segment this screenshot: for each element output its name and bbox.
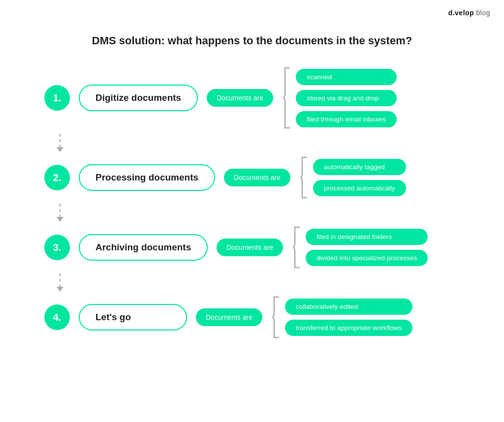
- step-1-outcome-1: stored via drag and drop: [296, 90, 397, 106]
- dashed-line-0: [60, 134, 61, 148]
- page: d.velop blog DMS solution: what happens …: [0, 0, 504, 422]
- step-3-outcome-1: divided into specialized processes: [306, 250, 428, 266]
- step-2-label: Processing documents: [79, 164, 215, 191]
- step-4-circle: 4.: [44, 304, 70, 330]
- step-3-row: 3.Archiving documentsDocuments arefiled …: [44, 225, 474, 270]
- brand-develop: d.velop: [448, 9, 474, 17]
- step-1-circle: 1.: [44, 85, 70, 111]
- brand-blog: blog: [476, 9, 490, 17]
- step-4-brace: [266, 295, 281, 339]
- step-4-row: 4.Let's goDocuments arecollaboratively e…: [44, 295, 474, 339]
- step-4-left: 4.Let's goDocuments are: [44, 304, 262, 331]
- step-2-outcome-1: processed automatically: [313, 180, 406, 196]
- step-2-row: 2.Processing documentsDocuments areautom…: [44, 155, 474, 200]
- page-title: DMS solution: what happens to the docume…: [30, 34, 474, 47]
- step-4-label: Let's go: [79, 304, 187, 331]
- arrow-head-0: [57, 147, 63, 152]
- step-2-circle: 2.: [44, 165, 70, 190]
- dashed-line-2: [60, 273, 61, 287]
- step-3-brace: [287, 225, 302, 270]
- step-4-outcome-0: collaboratively edited: [285, 299, 412, 315]
- step-3-documents-are-button[interactable]: Documents are: [217, 239, 283, 256]
- step-2-outcome-0: automatically tagged: [313, 159, 406, 175]
- step-1-row: 1.Digitize documentsDocuments arescanned…: [44, 66, 474, 130]
- arrow-head-1: [57, 217, 63, 222]
- step-4-outcome-1: transferred to appropriate workflows: [285, 320, 412, 336]
- step-2-brace: [294, 155, 309, 200]
- step-2-documents-are-button[interactable]: Documents are: [224, 169, 290, 186]
- step-1-outcomes: scannedstored via drag and dropfiled thr…: [296, 69, 397, 127]
- brand-logo: d.velop blog: [448, 9, 490, 17]
- dashed-line-1: [60, 204, 61, 217]
- arrow-head-2: [57, 287, 63, 292]
- arrow-2: [44, 270, 63, 295]
- step-3-outcomes: filed in designated foldersdivided into …: [306, 229, 428, 266]
- arrow-line-1: [57, 204, 63, 222]
- step-1-outcome-0: scanned: [296, 69, 397, 85]
- step-3-circle: 3.: [44, 235, 70, 260]
- step-2-outcomes: automatically taggedprocessed automatica…: [313, 159, 406, 196]
- step-3-outcome-0: filed in designated folders: [306, 229, 428, 245]
- arrow-line-0: [57, 134, 63, 152]
- step-4-outcomes: collaboratively editedtransferred to app…: [285, 299, 412, 336]
- step-4-documents-are-button[interactable]: Documents are: [196, 308, 262, 326]
- step-1-label: Digitize documents: [79, 85, 198, 111]
- step-3-label: Archiving documents: [79, 234, 208, 261]
- step-1-outcome-2: filed through email inboxes: [296, 111, 397, 127]
- arrow-1: [44, 200, 63, 225]
- step-1-documents-are-button[interactable]: Documents are: [207, 89, 273, 107]
- step-1-left: 1.Digitize documentsDocuments are: [44, 85, 273, 111]
- step-3-left: 3.Archiving documentsDocuments are: [44, 234, 283, 261]
- step-2-left: 2.Processing documentsDocuments are: [44, 164, 290, 191]
- arrow-line-2: [57, 273, 63, 292]
- arrow-0: [44, 130, 63, 155]
- step-1-brace: [277, 66, 292, 130]
- steps-container: 1.Digitize documentsDocuments arescanned…: [30, 66, 474, 339]
